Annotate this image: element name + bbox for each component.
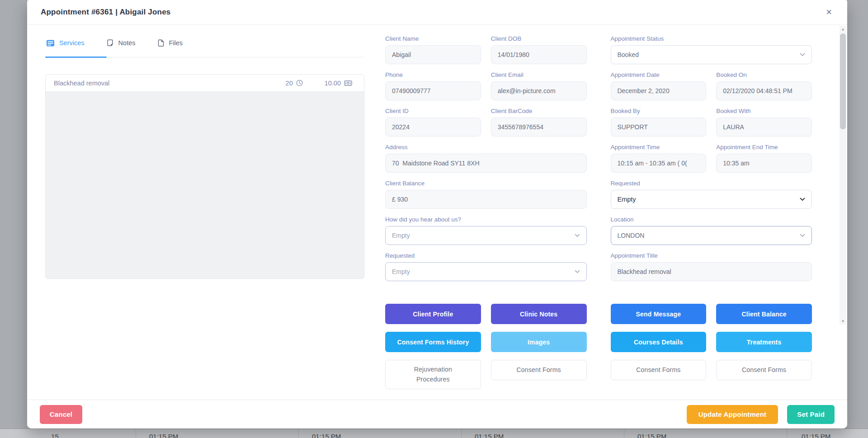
address-field: Address70 Maidstone Road SY11 8XH — [385, 144, 587, 173]
modal-footer: Cancel Update Appointment Set Paid — [27, 400, 847, 429]
client-name-input[interactable]: Abigail — [385, 45, 481, 64]
booked-with-field: Booked WithLAURA — [716, 108, 812, 137]
chevron-down-icon — [575, 270, 580, 273]
tab-notes[interactable]: Notes — [106, 39, 136, 47]
requested-field: RequestedEmpty — [385, 252, 587, 281]
services-panel: Services Notes Files Blackhead removal — [45, 34, 364, 279]
appointment-title-input[interactable]: Blackhead removal — [611, 262, 812, 281]
client-balance-button[interactable]: Client Balance — [716, 304, 812, 324]
background-time-label: 01:15 PM — [475, 433, 504, 438]
rejuvenation-procedures-button[interactable]: Rejuvenation Procedures — [385, 360, 481, 389]
service-row[interactable]: Blackhead removal 20 10.00 — [46, 75, 364, 92]
client-dob-field: Client DOB14/01/1980 — [491, 35, 587, 64]
tab-label: Notes — [118, 39, 136, 47]
field-value: 14/01/1980 — [498, 51, 529, 58]
field-label: Appointment Title — [611, 252, 812, 259]
appointment-time-field: Appointment Time10:15 am - 10:35 am ( 0( — [611, 144, 707, 173]
courses-details-button[interactable]: Courses Details — [611, 332, 707, 352]
background-grid-line — [787, 429, 787, 438]
appointment-date-input[interactable]: December 2, 2020 — [611, 81, 707, 100]
tab-files[interactable]: Files — [157, 39, 183, 47]
modal-title: Appointment #6361 | Abigail Jones — [41, 8, 171, 17]
images-button[interactable]: Images — [491, 332, 587, 352]
cancel-button[interactable]: Cancel — [40, 405, 82, 424]
chevron-down-icon — [575, 234, 580, 237]
field-label: Location — [611, 216, 812, 223]
appointment-status-select[interactable]: Booked — [611, 45, 812, 64]
field-label: Client Email — [491, 71, 587, 78]
booked-by-input[interactable]: SUPPORT — [611, 118, 707, 137]
booked-on-input[interactable]: 02/12/2020 04:48:51 PM — [716, 81, 812, 100]
field-label: Client Balance — [385, 180, 587, 187]
update-appointment-button[interactable]: Update Appointment — [687, 405, 778, 424]
field-value: Abigail — [392, 51, 411, 58]
field-value: 70 Maidstone Road SY11 8XH — [392, 160, 480, 167]
client-dob-input[interactable]: 14/01/1980 — [491, 45, 587, 64]
field-label: Appointment Date — [611, 71, 707, 78]
field-value: Empty — [392, 232, 410, 239]
scrollbar[interactable]: ▲ ▼ — [840, 26, 846, 325]
consent-forms-button[interactable]: Consent Forms — [611, 360, 707, 380]
chevron-down-icon — [800, 53, 805, 57]
consent-forms-button[interactable]: Consent Forms — [716, 360, 812, 380]
appointment-end-time-field: Appointment End Time10:35 am — [716, 144, 812, 173]
how-did-you-hear-about-us-select[interactable]: Empty — [385, 226, 587, 245]
field-label: Requested — [385, 252, 587, 259]
close-icon[interactable]: × — [824, 7, 834, 17]
requested-select[interactable]: Empty — [385, 262, 587, 281]
how-did-you-hear-about-us-field: How did you hear about us?Empty — [385, 216, 587, 245]
field-label: Booked On — [716, 71, 812, 78]
client-balance-input[interactable]: £ 930 — [385, 190, 587, 209]
field-value: Empty — [392, 268, 410, 275]
tab-services[interactable]: Services — [46, 39, 85, 47]
send-message-button[interactable]: Send Message — [611, 304, 707, 324]
set-paid-button[interactable]: Set Paid — [787, 405, 835, 424]
appointment-end-time-input[interactable]: 10:35 am — [716, 154, 812, 173]
service-price: 10.00 — [325, 80, 341, 87]
consent-forms-button[interactable]: Consent Forms — [491, 360, 587, 380]
client-id-input[interactable]: 20224 — [385, 118, 481, 137]
treatments-button[interactable]: Treatments — [716, 332, 812, 352]
clinic-notes-button[interactable]: Clinic Notes — [491, 304, 587, 324]
field-label: Client DOB — [491, 35, 587, 42]
phone-input[interactable]: 07490009777 — [385, 81, 481, 100]
client-id-field: Client ID20224 — [385, 108, 481, 137]
background-grid-line — [461, 429, 462, 438]
field-label: Phone — [385, 71, 481, 78]
field-value: 10:15 am - 10:35 am ( 0( — [618, 160, 687, 167]
scroll-up-icon[interactable]: ▲ — [840, 26, 846, 33]
client-profile-button[interactable]: Client Profile — [385, 304, 481, 324]
client-barcode-input[interactable]: 3455678976554 — [491, 118, 587, 137]
field-value: 02/12/2020 04:48:51 PM — [723, 87, 792, 94]
background-time-label: 15 — [51, 433, 59, 438]
scroll-down-icon[interactable]: ▼ — [840, 318, 846, 325]
client-email-field: Client Emailalex@in-picture.com — [491, 71, 587, 100]
field-label: Address — [385, 144, 587, 151]
chevron-down-icon — [800, 198, 805, 201]
field-value: 20224 — [392, 123, 410, 131]
location-select[interactable]: LONDON — [611, 226, 812, 245]
client-email-input[interactable]: alex@in-picture.com — [491, 81, 587, 100]
field-value: 3455678976554 — [498, 123, 543, 131]
field-value: December 2, 2020 — [618, 87, 670, 94]
requested-select[interactable]: Empty — [611, 190, 812, 209]
consent-forms-history-button[interactable]: Consent Forms History — [385, 332, 481, 352]
booked-with-input[interactable]: LAURA — [716, 118, 812, 137]
client-barcode-field: Client BarCode3455678976554 — [491, 108, 587, 137]
service-duration: 20 — [286, 80, 293, 87]
tab-label: Services — [59, 39, 85, 47]
field-label: Client Name — [385, 35, 481, 42]
background-time-label: 01:15 PM — [149, 433, 178, 438]
service-name: Blackhead removal — [54, 80, 109, 87]
appointment-form: Client NameAbigailClient DOB14/01/1980Ap… — [385, 35, 812, 281]
address-input[interactable]: 70 Maidstone Road SY11 8XH — [385, 154, 587, 173]
phone-field: Phone07490009777 — [385, 71, 481, 100]
field-label: Requested — [611, 180, 812, 187]
field-label: Appointment Status — [611, 35, 812, 42]
field-label: Client BarCode — [491, 108, 587, 114]
services-icon — [46, 39, 55, 47]
clock-icon — [296, 80, 303, 86]
background-page-strip: 1501:15 PM01:15 PM01:15 PM01:15 PM01:15 … — [0, 429, 868, 438]
scrollbar-thumb[interactable] — [840, 33, 846, 129]
appointment-time-input[interactable]: 10:15 am - 10:35 am ( 0( — [611, 154, 707, 173]
